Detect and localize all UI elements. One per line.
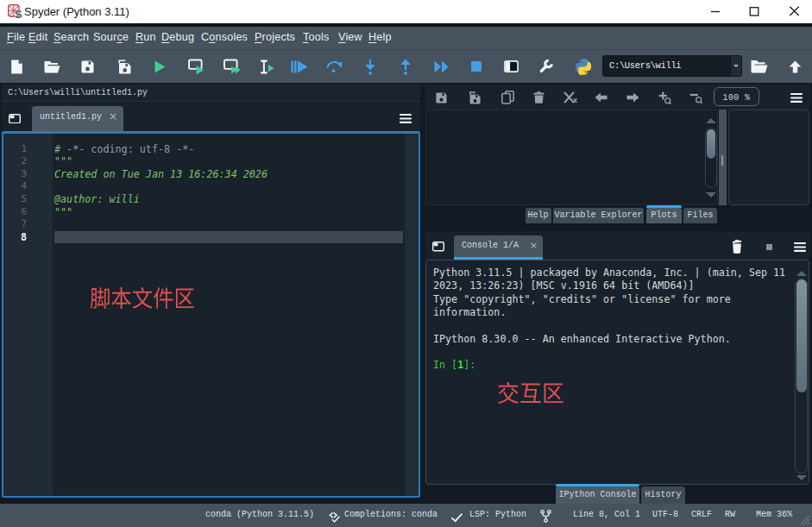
toolbar-parent-dir-up-button[interactable] [782, 53, 809, 80]
menu-debug[interactable]: Debug [161, 27, 194, 49]
code-line-2[interactable]: """ [54, 155, 72, 168]
console-line-2: 2023, 13:26:23) [MSC v.1916 64 bit (AMD6… [433, 279, 695, 292]
status-encoding[interactable]: UTF-8 [652, 504, 678, 527]
toolbar-run-selection-button[interactable] [254, 53, 281, 80]
menu-edit[interactable]: Edit [28, 27, 48, 49]
console-pane[interactable]: Python 3.11.5 | packaged by Anaconda, In… [425, 260, 809, 485]
save-all-icon [116, 60, 131, 74]
toolbar-continue-button[interactable] [427, 53, 455, 80]
plots-splitter-handle[interactable] [719, 110, 727, 205]
debug-file-icon [291, 60, 308, 73]
code-area[interactable]: # -*- coding: utf-8 -*-"""Created on Tue… [53, 134, 405, 496]
toolbar-save-all-button[interactable] [110, 53, 137, 80]
menu-file[interactable]: File [7, 27, 25, 49]
toolbar-debug-file-button[interactable] [286, 53, 313, 80]
toolbar-preferences-wrench-button[interactable] [532, 53, 560, 80]
console-tab-ipython-console[interactable]: IPython Console [556, 486, 639, 504]
editor-pane[interactable]: 12345678# -*- coding: utf-8 -*-"""Create… [2, 131, 420, 499]
menu-projects[interactable]: Projects [255, 27, 295, 49]
toolbar-run-cell-advance-button[interactable] [218, 53, 246, 80]
menu-tools[interactable]: Tools [303, 27, 329, 49]
toolbar-stop-button[interactable] [463, 53, 490, 80]
code-line-3[interactable]: Created on Tue Jan 13 16:26:34 2026 [54, 168, 268, 181]
toolbar-run-file-button[interactable] [147, 53, 174, 80]
pane-tab-label: Files [683, 208, 717, 223]
editor-tab-close-icon[interactable]: × [109, 106, 117, 129]
code-line-1[interactable]: # -*- coding: utf-8 -*- [54, 143, 194, 156]
toolbar-step-into-button[interactable] [356, 53, 384, 80]
editor-tabbar: untitled1.py× [2, 103, 420, 131]
status-conda-env[interactable]: conda (Python 3.11.5) [205, 504, 314, 527]
console-interrupt-button[interactable] [766, 244, 772, 250]
status-memory[interactable]: Mem 36% [756, 504, 792, 527]
pane-tab-variable-explorer[interactable]: Variable Explorer [553, 208, 644, 223]
console-browse-tabs-icon[interactable] [432, 242, 444, 252]
status-completions[interactable]: Completions: conda [344, 504, 437, 527]
toolbar-browse-working-dir-button[interactable] [746, 53, 773, 80]
pane-tab-help[interactable]: Help [526, 208, 551, 223]
console-scrollbar[interactable] [795, 266, 808, 481]
plots-options-button[interactable] [785, 86, 808, 109]
plots-remove-all-plots-button[interactable] [559, 86, 582, 109]
save-plot-icon [436, 92, 447, 104]
scroll-up-arrow-icon[interactable] [796, 271, 807, 276]
toolbar-save-button[interactable] [74, 53, 102, 80]
plots-copy-plot-button[interactable] [496, 86, 519, 109]
console-options-button[interactable] [794, 242, 806, 252]
status-lsp[interactable]: LSP: Python [469, 504, 526, 527]
remove-plot-icon [533, 91, 544, 104]
browse-tabs-icon[interactable] [9, 114, 21, 124]
scroll-down-arrow-icon[interactable] [706, 192, 716, 198]
editor-options-button[interactable] [400, 114, 412, 123]
resize-grip-icon[interactable] [799, 515, 810, 525]
console-prompt[interactable]: In [1]: [433, 359, 475, 372]
scroll-thumb[interactable] [707, 129, 716, 160]
status-cursor-position[interactable]: Line 8, Col 1 [573, 504, 640, 527]
status-eol[interactable]: CRLF [691, 504, 712, 527]
plots-toolbar: 100 % [425, 85, 809, 110]
code-line-6[interactable]: """ [54, 206, 72, 219]
plots-zoom-out-button[interactable] [684, 86, 707, 109]
console-tab-close-icon[interactable]: × [530, 235, 538, 257]
minimize-button[interactable] [702, 0, 728, 23]
toolbar-maximize-pane-button[interactable] [497, 53, 525, 80]
plots-remove-plot-button[interactable] [528, 86, 551, 109]
scroll-thumb[interactable] [796, 279, 807, 392]
plots-next-plot-button[interactable] [622, 86, 645, 109]
console-tab-history[interactable]: History [641, 486, 685, 504]
status-permissions[interactable]: RW [725, 504, 735, 527]
pane-tab-files[interactable]: Files [683, 208, 717, 223]
menu-help[interactable]: Help [368, 27, 392, 49]
stop-icon [471, 61, 482, 72]
plots-zoom-in-button[interactable] [653, 86, 676, 109]
step-return-icon [400, 59, 412, 75]
toolbar-python-logo-button[interactable] [570, 53, 597, 80]
working-directory-combobox[interactable]: C:\Users\willi [602, 55, 742, 77]
toolbar-new-file-button[interactable] [3, 53, 31, 80]
spyder-window: SSpyder (Python 3.11)FileEditSearchSourc… [0, 0, 812, 527]
working-directory-dropdown-arrow[interactable] [730, 56, 741, 76]
toolbar-step-return-button[interactable] [392, 53, 419, 80]
code-line-5[interactable]: @author: willi [54, 193, 140, 206]
console-trash-button[interactable] [731, 240, 743, 254]
menu-consoles[interactable]: Consoles [201, 27, 248, 49]
scroll-down-arrow-icon[interactable] [796, 475, 807, 480]
console-tab-1a[interactable]: Console 1/A× [454, 235, 543, 260]
toolbar-run-cell-button[interactable] [182, 53, 210, 80]
menu-search[interactable]: Search [54, 27, 89, 49]
plots-scrollbar[interactable] [705, 115, 717, 202]
close-button[interactable] [781, 0, 807, 23]
editor-tab-untitled1[interactable]: untitled1.py× [32, 106, 123, 131]
menu-run[interactable]: Run [135, 27, 156, 49]
plots-save-all-plots-button[interactable] [463, 86, 486, 109]
toolbar-run-current-line-button[interactable] [321, 53, 349, 80]
scroll-up-arrow-icon[interactable] [706, 118, 716, 123]
pane-tab-plots[interactable]: Plots [646, 208, 682, 223]
plots-previous-plot-button[interactable] [589, 86, 612, 109]
maximize-button[interactable] [741, 0, 767, 23]
toolbar-open-file-button[interactable] [39, 53, 66, 80]
plots-save-plot-button[interactable] [431, 86, 453, 109]
menu-view[interactable]: View [338, 27, 362, 49]
python-logo-icon [576, 59, 591, 75]
menu-source[interactable]: Source [93, 27, 129, 49]
